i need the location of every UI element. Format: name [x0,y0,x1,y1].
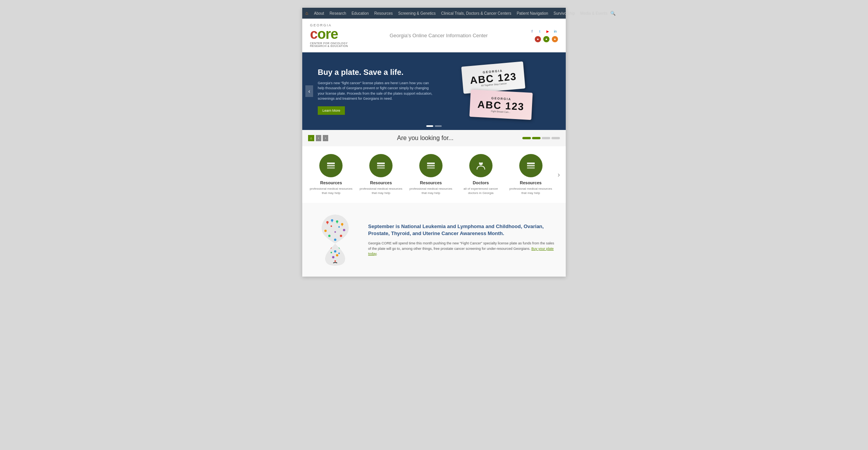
awareness-content: September is National Leukemia and Lymph… [368,223,558,257]
logo-ore-letters: ore [317,26,338,42]
logo-c-letter: c [310,26,317,42]
svg-point-29 [336,254,338,256]
svg-point-30 [332,256,334,258]
svg-point-23 [331,225,332,227]
hero-title: Buy a plate. Save a life. [318,68,436,77]
card-5-title: Resources [520,180,541,185]
svg-point-31 [334,260,336,262]
plates-container: GEORGIA ABC 123 All Together Stop Cancer… [451,60,536,122]
svg-point-20 [334,239,336,241]
awareness-title: September is National Leukemia and Lymph… [368,223,558,237]
svg-rect-0 [327,163,335,164]
hero-learn-more-button[interactable]: Learn More [318,106,345,115]
svg-point-33 [338,253,340,254]
facebook-icon[interactable]: f [529,29,535,34]
card-5-desc: professional medical resources that may … [509,187,553,195]
card-1: Resources professional medical resources… [306,152,356,197]
hero-banner: ‹ Buy a plate. Save a life. Georgia's ne… [302,52,566,130]
svg-rect-8 [427,167,435,169]
page-wrapper: ⌂ About Research Education Resources Scr… [302,8,566,277]
svg-rect-12 [527,165,535,166]
social-circle-2[interactable]: ● [543,36,549,42]
progress-dot-1[interactable] [522,137,531,139]
home-nav-icon[interactable]: ⌂ [305,10,308,16]
youtube-icon[interactable]: ▶ [545,29,550,34]
nav-research[interactable]: Research [327,11,349,16]
site-header: GEORGIA core CENTER for ONCOLOGY RESEARC… [302,19,566,52]
svg-point-27 [334,250,336,253]
card-4-title: Doctors [473,180,489,185]
svg-point-25 [334,231,336,233]
looking-next-arrow[interactable]: › [323,135,328,141]
card-5-icon[interactable] [519,154,542,177]
hero-image: GEORGIA ABC 123 All Together Stop Cancer… [421,52,566,130]
linkedin-icon[interactable]: in [553,29,558,34]
awareness-body-text: Georgia CORE will spend time this month … [368,241,554,251]
svg-rect-7 [427,165,435,166]
layers-icon-2 [375,159,387,172]
nav-patient-nav[interactable]: Patient Navigation [514,11,551,16]
logo-subtitle: CENTER for ONCOLOGY RESEARCH & EDUCATION [310,42,348,47]
layers-icon-1 [325,159,337,172]
svg-point-28 [339,246,341,249]
card-4: Doctors all of experienced cancer doctor… [456,152,506,197]
nav-education[interactable]: Education [349,11,371,16]
progress-dot-4[interactable] [551,137,560,139]
progress-dot-3[interactable] [542,137,550,139]
cards-section: Resources professional medical resources… [302,146,566,203]
cards-next-button[interactable]: › [556,171,562,179]
progress-dots [522,137,560,139]
card-3-desc: professional medical resources that may … [409,187,453,195]
card-5: Resources professional medical resources… [506,152,556,197]
nav-resources[interactable]: Resources [372,11,396,16]
nav-media[interactable]: Media & Events [578,11,610,16]
nav-screening[interactable]: Screening & Genetics [396,11,439,16]
svg-rect-1 [327,165,335,166]
person-icon [475,159,487,172]
looking-left: ⌂ ‹ › [308,135,328,141]
card-1-desc: professional medical resources that may … [309,187,353,195]
card-3-title: Resources [420,180,442,185]
breadcrumb-home[interactable]: ⌂ [308,135,314,141]
hero-prev-button[interactable]: ‹ [305,85,313,97]
logo-area: GEORGIA core CENTER for ONCOLOGY RESEARC… [310,23,348,47]
hero-text: Georgia's new "fight cancer" license pla… [318,81,436,102]
looking-section: ⌂ ‹ › Are you looking for... [302,130,566,146]
header-right: f t ▶ in ● ● ● [529,29,558,42]
svg-rect-4 [377,165,385,166]
svg-point-32 [331,252,332,253]
header-tagline: Georgia's Online Cancer Information Cent… [356,33,522,38]
logo-core: core [310,27,348,41]
looking-prev-arrow[interactable]: ‹ [316,135,321,141]
card-1-title: Resources [320,180,342,185]
svg-point-18 [343,229,345,231]
social-row-top: f t ▶ in [529,29,558,34]
progress-dot-2[interactable] [532,137,541,139]
twitter-icon[interactable]: t [537,29,542,34]
social-row-bottom: ● ● ● [535,36,558,42]
svg-rect-2 [327,167,335,169]
looking-title: Are you looking for... [328,135,522,142]
card-2-title: Resources [370,180,392,185]
card-1-icon[interactable] [319,154,343,177]
svg-rect-5 [377,167,385,169]
social-circle-3[interactable]: ● [552,36,558,42]
svg-point-26 [329,246,332,249]
hero-dot-1[interactable] [426,125,433,127]
awareness-section: September is National Leukemia and Lymph… [302,203,566,277]
svg-rect-6 [427,163,435,164]
social-circle-1[interactable]: ● [535,36,541,42]
plate-bottom: GEORGIA ABC 123 Fight Breast Can... [469,90,532,120]
card-2-icon[interactable] [369,154,393,177]
card-4-icon[interactable] [469,154,493,177]
awareness-ribbon [310,211,360,269]
nav-survivorship[interactable]: Survivorship [551,11,578,16]
card-3-icon[interactable] [419,154,443,177]
nav-about[interactable]: About [311,11,327,16]
nav-clinical[interactable]: Clinical Trials, Doctors & Cancer Center… [438,11,514,16]
search-icon[interactable]: 🔍 [610,11,616,16]
svg-point-19 [340,235,342,237]
hero-dot-2[interactable] [435,125,442,127]
card-2-desc: professional medical resources that may … [359,187,403,195]
card-4-desc: all of experienced cancer doctors in Geo… [459,187,503,195]
